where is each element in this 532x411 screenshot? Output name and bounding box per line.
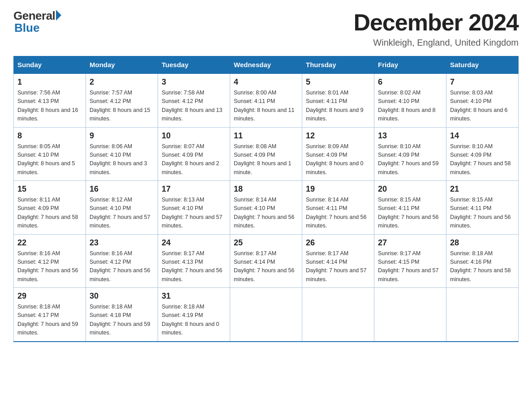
day-info: Sunrise: 8:10 AMSunset: 4:09 PMDaylight:…: [450, 142, 515, 177]
day-info: Sunrise: 8:15 AMSunset: 4:11 PMDaylight:…: [378, 196, 442, 231]
day-number: 27: [378, 238, 442, 248]
day-info: Sunrise: 8:12 AMSunset: 4:10 PMDaylight:…: [90, 196, 154, 231]
logo-blue-text: Blue: [14, 21, 39, 35]
day-number: 31: [162, 291, 226, 301]
day-number: 30: [90, 291, 154, 301]
day-number: 20: [378, 184, 442, 194]
calendar-cell: [302, 288, 374, 342]
calendar-week-row: 1Sunrise: 7:56 AMSunset: 4:13 PMDaylight…: [14, 73, 519, 127]
day-info: Sunrise: 8:03 AMSunset: 4:10 PMDaylight:…: [450, 89, 515, 124]
day-number: 7: [450, 77, 515, 87]
day-info: Sunrise: 7:58 AMSunset: 4:12 PMDaylight:…: [162, 89, 226, 124]
day-number: 1: [17, 77, 82, 87]
calendar-body: 1Sunrise: 7:56 AMSunset: 4:13 PMDaylight…: [14, 73, 519, 342]
day-info: Sunrise: 8:16 AMSunset: 4:12 PMDaylight:…: [90, 249, 154, 284]
day-number: 5: [306, 77, 370, 87]
day-number: 10: [162, 131, 226, 141]
calendar-cell: 12Sunrise: 8:09 AMSunset: 4:09 PMDayligh…: [302, 127, 374, 181]
calendar-cell: 14Sunrise: 8:10 AMSunset: 4:09 PMDayligh…: [446, 127, 519, 181]
calendar-week-row: 15Sunrise: 8:11 AMSunset: 4:09 PMDayligh…: [14, 181, 519, 235]
calendar-cell: [446, 288, 519, 342]
day-info: Sunrise: 8:17 AMSunset: 4:14 PMDaylight:…: [234, 249, 298, 284]
calendar-cell: 25Sunrise: 8:17 AMSunset: 4:14 PMDayligh…: [230, 234, 302, 288]
day-number: 4: [234, 77, 298, 87]
calendar-cell: 16Sunrise: 8:12 AMSunset: 4:10 PMDayligh…: [86, 181, 158, 235]
day-info: Sunrise: 8:18 AMSunset: 4:16 PMDaylight:…: [450, 249, 515, 284]
logo-triangle-icon: [56, 10, 61, 21]
day-info: Sunrise: 8:18 AMSunset: 4:19 PMDaylight:…: [162, 303, 226, 338]
title-section: December 2024 Winkleigh, England, United…: [353, 9, 519, 48]
calendar-cell: 27Sunrise: 8:17 AMSunset: 4:15 PMDayligh…: [374, 234, 446, 288]
calendar-cell: 9Sunrise: 8:06 AMSunset: 4:10 PMDaylight…: [86, 127, 158, 181]
page-header: General Blue December 2024 Winkleigh, En…: [13, 9, 519, 48]
day-number: 18: [234, 184, 298, 194]
day-number: 15: [17, 184, 82, 194]
day-number: 29: [17, 291, 82, 301]
day-info: Sunrise: 8:02 AMSunset: 4:10 PMDaylight:…: [378, 89, 442, 124]
calendar-week-row: 22Sunrise: 8:16 AMSunset: 4:12 PMDayligh…: [14, 234, 519, 288]
day-number: 12: [306, 131, 370, 141]
day-info: Sunrise: 8:06 AMSunset: 4:10 PMDaylight:…: [90, 142, 154, 177]
calendar-cell: 5Sunrise: 8:01 AMSunset: 4:11 PMDaylight…: [302, 73, 374, 127]
col-tuesday: Tuesday: [158, 56, 230, 74]
calendar-cell: 28Sunrise: 8:18 AMSunset: 4:16 PMDayligh…: [446, 234, 519, 288]
day-number: 3: [162, 77, 226, 87]
day-number: 23: [90, 238, 154, 248]
day-info: Sunrise: 8:10 AMSunset: 4:09 PMDaylight:…: [378, 142, 442, 177]
day-info: Sunrise: 8:05 AMSunset: 4:10 PMDaylight:…: [17, 142, 82, 177]
col-saturday: Saturday: [446, 56, 519, 74]
calendar-cell: 1Sunrise: 7:56 AMSunset: 4:13 PMDaylight…: [14, 73, 86, 127]
day-info: Sunrise: 8:17 AMSunset: 4:14 PMDaylight:…: [306, 249, 370, 284]
day-number: 21: [450, 184, 515, 194]
calendar-cell: [230, 288, 302, 342]
col-monday: Monday: [86, 56, 158, 74]
calendar-cell: 8Sunrise: 8:05 AMSunset: 4:10 PMDaylight…: [14, 127, 86, 181]
calendar-cell: 29Sunrise: 8:18 AMSunset: 4:17 PMDayligh…: [14, 288, 86, 342]
calendar-cell: 11Sunrise: 8:08 AMSunset: 4:09 PMDayligh…: [230, 127, 302, 181]
col-wednesday: Wednesday: [230, 56, 302, 74]
day-info: Sunrise: 8:00 AMSunset: 4:11 PMDaylight:…: [234, 89, 298, 124]
calendar-cell: 24Sunrise: 8:17 AMSunset: 4:13 PMDayligh…: [158, 234, 230, 288]
day-number: 2: [90, 77, 154, 87]
calendar-week-row: 8Sunrise: 8:05 AMSunset: 4:10 PMDaylight…: [14, 127, 519, 181]
calendar-cell: 18Sunrise: 8:14 AMSunset: 4:10 PMDayligh…: [230, 181, 302, 235]
day-info: Sunrise: 8:08 AMSunset: 4:09 PMDaylight:…: [234, 142, 298, 177]
calendar-cell: 17Sunrise: 8:13 AMSunset: 4:10 PMDayligh…: [158, 181, 230, 235]
day-info: Sunrise: 8:18 AMSunset: 4:17 PMDaylight:…: [17, 303, 82, 338]
day-number: 19: [306, 184, 370, 194]
calendar-header: Sunday Monday Tuesday Wednesday Thursday…: [14, 56, 519, 74]
day-number: 24: [162, 238, 226, 248]
calendar-cell: 7Sunrise: 8:03 AMSunset: 4:10 PMDaylight…: [446, 73, 519, 127]
day-info: Sunrise: 7:56 AMSunset: 4:13 PMDaylight:…: [17, 89, 82, 124]
calendar-table: Sunday Monday Tuesday Wednesday Thursday…: [13, 56, 519, 342]
day-number: 16: [90, 184, 154, 194]
day-number: 6: [378, 77, 442, 87]
header-row: Sunday Monday Tuesday Wednesday Thursday…: [14, 56, 519, 74]
calendar-cell: 31Sunrise: 8:18 AMSunset: 4:19 PMDayligh…: [158, 288, 230, 342]
calendar-cell: [374, 288, 446, 342]
day-info: Sunrise: 8:11 AMSunset: 4:09 PMDaylight:…: [17, 196, 82, 231]
day-number: 13: [378, 131, 442, 141]
day-info: Sunrise: 7:57 AMSunset: 4:12 PMDaylight:…: [90, 89, 154, 124]
calendar-cell: 22Sunrise: 8:16 AMSunset: 4:12 PMDayligh…: [14, 234, 86, 288]
day-info: Sunrise: 8:14 AMSunset: 4:10 PMDaylight:…: [234, 196, 298, 231]
calendar-cell: 3Sunrise: 7:58 AMSunset: 4:12 PMDaylight…: [158, 73, 230, 127]
day-info: Sunrise: 8:14 AMSunset: 4:11 PMDaylight:…: [306, 196, 370, 231]
col-thursday: Thursday: [302, 56, 374, 74]
day-number: 11: [234, 131, 298, 141]
col-sunday: Sunday: [14, 56, 86, 74]
day-info: Sunrise: 8:13 AMSunset: 4:10 PMDaylight:…: [162, 196, 226, 231]
location-text: Winkleigh, England, United Kingdom: [353, 38, 519, 48]
logo: General Blue: [13, 9, 61, 35]
day-info: Sunrise: 8:01 AMSunset: 4:11 PMDaylight:…: [306, 89, 370, 124]
day-number: 25: [234, 238, 298, 248]
day-number: 9: [90, 131, 154, 141]
calendar-cell: 30Sunrise: 8:18 AMSunset: 4:18 PMDayligh…: [86, 288, 158, 342]
day-number: 28: [450, 238, 515, 248]
col-friday: Friday: [374, 56, 446, 74]
calendar-cell: 4Sunrise: 8:00 AMSunset: 4:11 PMDaylight…: [230, 73, 302, 127]
calendar-cell: 10Sunrise: 8:07 AMSunset: 4:09 PMDayligh…: [158, 127, 230, 181]
calendar-cell: 21Sunrise: 8:15 AMSunset: 4:11 PMDayligh…: [446, 181, 519, 235]
calendar-cell: 23Sunrise: 8:16 AMSunset: 4:12 PMDayligh…: [86, 234, 158, 288]
day-number: 17: [162, 184, 226, 194]
